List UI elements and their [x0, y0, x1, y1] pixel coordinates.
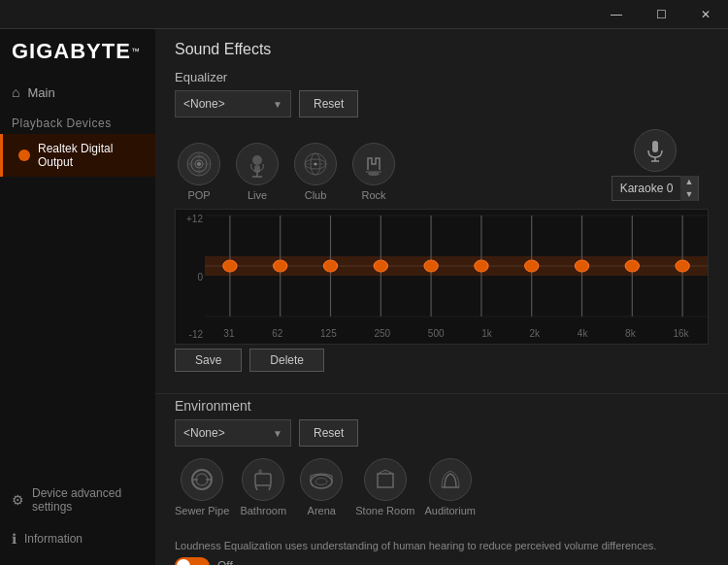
- eq-y-label-mid: 0: [178, 272, 203, 282]
- preset-pop[interactable]: POP: [175, 143, 223, 201]
- svg-point-43: [676, 260, 689, 272]
- eq-x-500: 500: [428, 328, 445, 339]
- svg-point-14: [314, 163, 317, 166]
- device-label: Realtek Digital Output: [38, 142, 144, 169]
- club-label: Club: [305, 189, 327, 201]
- svg-point-29: [323, 260, 337, 272]
- karaoke-increment-button[interactable]: ▲: [680, 176, 698, 188]
- preset-live[interactable]: Live: [233, 143, 281, 201]
- environment-dropdown-value: <None>: [183, 426, 225, 440]
- svg-point-6: [252, 155, 262, 165]
- svg-point-39: [575, 260, 588, 272]
- logo: GIGABYTE™: [0, 29, 155, 76]
- eq-x-4k: 4k: [578, 328, 588, 339]
- env-dropdown-arrow-icon: ▼: [273, 428, 282, 439]
- svg-point-16: [368, 172, 380, 176]
- svg-line-50: [269, 485, 271, 490]
- svg-point-52: [315, 479, 327, 485]
- equalizer-controls: <None> ▼ Reset: [175, 90, 709, 117]
- loudness-toggle-track[interactable]: [175, 557, 210, 565]
- svg-point-33: [424, 260, 438, 272]
- arena-label: Arena: [308, 505, 336, 516]
- env-preset-bathroom[interactable]: Bathroom: [239, 458, 287, 516]
- app-body: GIGABYTE™ ⌂ Main Playback Devices Realte…: [0, 29, 728, 565]
- eq-x-1k: 1k: [481, 328, 492, 339]
- eq-delete-button[interactable]: Delete: [249, 349, 324, 372]
- logo-text: GIGABYTE: [12, 39, 131, 64]
- sewer-pipe-icon: [181, 458, 223, 501]
- environment-reset-button[interactable]: Reset: [299, 419, 358, 447]
- eq-x-250: 250: [374, 328, 390, 339]
- preset-icons-row: POP Live: [175, 129, 709, 201]
- env-preset-arena[interactable]: Arena: [297, 458, 346, 516]
- svg-point-37: [525, 260, 539, 272]
- loudness-toggle-label: Off: [217, 559, 233, 565]
- eq-x-62: 62: [272, 328, 282, 339]
- settings-label: Device advanced settings: [32, 486, 144, 514]
- eq-y-labels: +12 0 -12: [176, 210, 205, 344]
- sidebar-item-device-settings[interactable]: ⚙ Device advanced settings: [0, 478, 155, 522]
- info-icon: ℹ: [12, 531, 17, 547]
- eq-y-label-bot: -12: [178, 329, 203, 340]
- karaoke-input[interactable]: Karaoke 0: [612, 182, 680, 195]
- environment-label: Environment: [175, 398, 709, 414]
- sidebar-item-information[interactable]: ℹ Information: [0, 522, 155, 555]
- maximize-button[interactable]: ☐: [639, 0, 683, 29]
- equalizer-dropdown-value: <None>: [183, 97, 225, 111]
- main-label: Main: [27, 85, 54, 100]
- sidebar: GIGABYTE™ ⌂ Main Playback Devices Realte…: [0, 29, 155, 565]
- rock-label: Rock: [361, 189, 385, 201]
- environment-section: Environment <None> ▼ Reset: [155, 393, 728, 534]
- svg-point-51: [311, 475, 332, 488]
- logo-sup: ™: [131, 47, 140, 56]
- auditorium-label: Auditorium: [424, 505, 476, 516]
- minimize-button[interactable]: —: [594, 0, 639, 29]
- section-title: Sound Effects: [155, 29, 728, 66]
- equalizer-dropdown[interactable]: <None> ▼: [175, 90, 291, 117]
- environment-dropdown[interactable]: <None> ▼: [175, 419, 291, 447]
- stone-room-icon: [364, 458, 407, 501]
- equalizer-reset-button[interactable]: Reset: [299, 90, 358, 117]
- eq-actions: Save Delete: [175, 349, 709, 372]
- playback-devices-section: Playback Devices: [0, 109, 155, 134]
- info-label: Information: [24, 532, 83, 546]
- svg-point-27: [274, 260, 287, 272]
- loudness-toggle[interactable]: [175, 557, 210, 565]
- eq-sliders-svg: [205, 210, 708, 322]
- pop-label: POP: [187, 189, 210, 201]
- env-preset-stone-room[interactable]: Stone Room: [355, 458, 414, 516]
- live-label: Live: [248, 189, 267, 201]
- sidebar-item-main[interactable]: ⌂ Main: [0, 76, 155, 109]
- env-preset-auditorium[interactable]: Auditorium: [424, 458, 476, 516]
- svg-point-35: [475, 260, 488, 272]
- environment-icons-row: Sewer Pipe Bathroom: [175, 458, 709, 516]
- arena-icon: [300, 458, 343, 501]
- eq-x-2k: 2k: [530, 328, 541, 339]
- eq-x-31: 31: [223, 328, 234, 339]
- close-button[interactable]: ✕: [683, 0, 728, 29]
- eq-x-labels: 31 62 125 250 500 1k 2k 4k 8k 16k: [205, 324, 708, 342]
- eq-save-button[interactable]: Save: [175, 349, 242, 372]
- pop-icon: [178, 143, 220, 185]
- preset-rock[interactable]: Rock: [349, 143, 398, 201]
- karaoke-decrement-button[interactable]: ▼: [680, 188, 698, 201]
- preset-club[interactable]: Club: [291, 143, 340, 201]
- karaoke-control: Karaoke 0 ▲ ▼: [612, 129, 699, 201]
- stone-room-label: Stone Room: [355, 505, 414, 516]
- auditorium-icon: [429, 458, 472, 501]
- env-preset-sewer-pipe[interactable]: Sewer Pipe: [175, 458, 229, 516]
- eq-x-8k: 8k: [625, 328, 636, 339]
- sewer-pipe-label: Sewer Pipe: [175, 505, 229, 516]
- karaoke-mic-icon: [634, 129, 677, 172]
- settings-icon: ⚙: [12, 492, 24, 508]
- sidebar-item-realtek[interactable]: Realtek Digital Output: [0, 134, 155, 177]
- equalizer-label: Equalizer: [175, 70, 709, 84]
- svg-point-31: [374, 260, 387, 272]
- svg-point-41: [625, 260, 639, 272]
- svg-rect-48: [255, 474, 271, 485]
- svg-rect-17: [652, 141, 658, 152]
- sidebar-bottom: ⚙ Device advanced settings ℹ Information: [0, 478, 155, 565]
- karaoke-spinner[interactable]: Karaoke 0 ▲ ▼: [612, 176, 699, 201]
- loudness-description: Loudness Equalization uses understanding…: [175, 540, 709, 551]
- eq-y-label-top: +12: [178, 214, 203, 224]
